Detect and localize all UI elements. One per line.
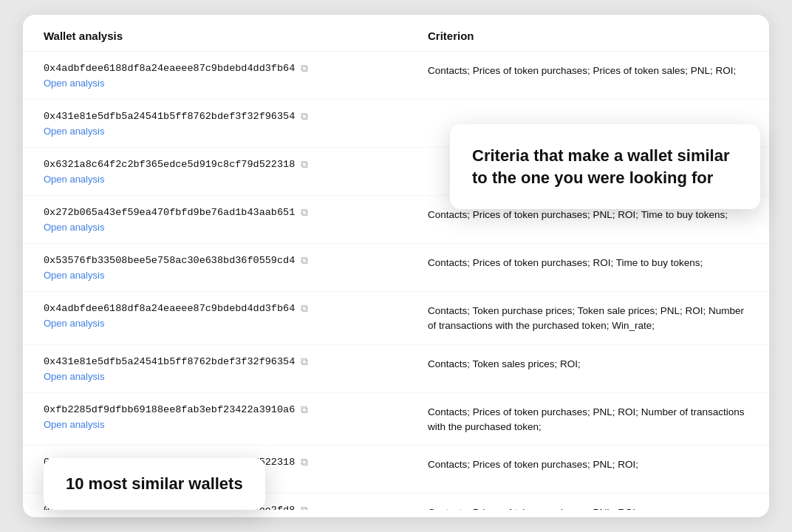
table-row: 0x431e81e5dfb5a24541b5ff8762bdef3f32f963… [23,345,769,393]
wallet-address: 0x6321a8c64f2c2bf365edce5d919c8cf79d5223… [44,159,295,170]
criterion-cell: Contacts; Prices of token purchases; PNL… [428,456,748,472]
copy-icon[interactable]: ⧉ [301,110,308,123]
wallet-address: 0x431e81e5dfb5a24541b5ff8762bdef3f32f963… [44,111,295,122]
copy-icon[interactable]: ⧉ [301,403,308,416]
criterion-cell: Contacts; Token purchase prices; Token s… [428,302,748,334]
open-analysis-link[interactable]: Open analysis [44,318,428,329]
wallet-address-row: 0x4adbfdee6188df8a24eaeee87c9bdebd4dd3fb… [44,62,428,75]
criterion-cell: Contacts; Prices of token purchases; PNL… [428,504,748,510]
criteria-tooltip: Criteria that make a wallet similar to t… [450,124,760,209]
open-analysis-link[interactable]: Open analysis [44,222,428,233]
wallet-address-row: 0x6321a8c64f2c2bf365edce5d919c8cf79d5223… [44,158,428,171]
wallet-address: 0x431e81e5dfb5a24541b5ff8762bdef3f32f963… [44,356,295,367]
wallet-address-row: 0x431e81e5dfb5a24541b5ff8762bdef3f32f963… [44,110,428,123]
copy-icon[interactable]: ⧉ [301,456,308,468]
open-analysis-link[interactable]: Open analysis [44,270,428,281]
wallet-address: 0x53576fb33508bee5e758ac30e638bd36f0559c… [44,255,295,266]
wallet-cell: 0x431e81e5dfb5a24541b5ff8762bdef3f32f963… [44,355,428,382]
open-analysis-link[interactable]: Open analysis [44,371,428,382]
copy-icon[interactable]: ⧉ [301,206,308,219]
table-row: 0x4adbfdee6188df8a24eaeee87c9bdebd4dd3fb… [23,292,769,345]
table-row: 0x53576fb33508bee5e758ac30e638bd36f0559c… [23,244,769,292]
table-body: 0x4adbfdee6188df8a24eaeee87c9bdebd4dd3fb… [23,52,769,510]
wallet-cell: 0x272b065a43ef59ea470fbfd9be76ad1b43aab6… [44,206,428,233]
main-card: Wallet analysis Criterion 0x4adbfdee6188… [23,15,769,517]
copy-icon[interactable]: ⧉ [301,302,308,315]
wallet-cell: 0x4adbfdee6188df8a24eaeee87c9bdebd4dd3fb… [44,302,428,329]
wallet-cell: 0x431e81e5dfb5a24541b5ff8762bdef3f32f963… [44,110,428,137]
wallet-address: 0x4adbfdee6188df8a24eaeee87c9bdebd4dd3fb… [44,303,295,314]
table-header: Wallet analysis Criterion [23,15,769,52]
wallet-col-header: Wallet analysis [44,30,428,42]
wallet-cell: 0x6321a8c64f2c2bf365edce5d919c8cf79d5223… [44,158,428,185]
wallet-address: 0x272b065a43ef59ea470fbfd9be76ad1b43aab6… [44,207,295,218]
wallet-cell: 0xfb2285df9dfbb69188ee8fab3ebf23422a3910… [44,403,428,430]
wallet-address: 0xfb2285df9dfbb69188ee8fab3ebf23422a3910… [44,404,295,415]
open-analysis-link[interactable]: Open analysis [44,126,428,137]
wallet-address-row: 0x431e81e5dfb5a24541b5ff8762bdef3f32f963… [44,355,428,368]
criterion-col-header: Criterion [428,30,748,42]
criterion-cell: Contacts; Prices of token purchases; ROI… [428,254,748,270]
copy-icon[interactable]: ⧉ [301,158,308,171]
wallet-address-row: 0x4adbfdee6188df8a24eaeee87c9bdebd4dd3fb… [44,302,428,315]
similar-tooltip: 10 most similar wallets [44,458,265,510]
criterion-cell: Contacts; Token sales prices; ROI; [428,355,748,372]
criterion-cell: Contacts; Prices of token purchases; PNL… [428,403,748,435]
table-row: 0x4adbfdee6188df8a24eaeee87c9bdebd4dd3fb… [23,52,769,100]
main-container: Wallet analysis Criterion 0x4adbfdee6188… [23,15,769,517]
wallet-address-row: 0x53576fb33508bee5e758ac30e638bd36f0559c… [44,254,428,267]
copy-icon[interactable]: ⧉ [301,62,308,75]
wallet-address-row: 0xfb2285df9dfbb69188ee8fab3ebf23422a3910… [44,403,428,416]
copy-icon[interactable]: ⧉ [301,254,308,267]
criterion-cell: Contacts; Prices of token purchases; Pri… [428,62,748,78]
open-analysis-link[interactable]: Open analysis [44,419,428,430]
wallet-address-row: 0x272b065a43ef59ea470fbfd9be76ad1b43aab6… [44,206,428,219]
table-row: 0xfb2285df9dfbb69188ee8fab3ebf23422a3910… [23,393,769,446]
wallet-address: 0x4adbfdee6188df8a24eaeee87c9bdebd4dd3fb… [44,63,295,74]
criteria-tooltip-text: Criteria that make a wallet similar to t… [472,145,738,188]
open-analysis-link[interactable]: Open analysis [44,78,428,89]
similar-tooltip-text: 10 most similar wallets [66,474,243,494]
open-analysis-link[interactable]: Open analysis [44,174,428,185]
criterion-cell [428,110,748,112]
copy-icon[interactable]: ⧉ [301,355,308,368]
wallet-cell: 0x53576fb33508bee5e758ac30e638bd36f0559c… [44,254,428,281]
wallet-cell: 0x4adbfdee6188df8a24eaeee87c9bdebd4dd3fb… [44,62,428,89]
copy-icon[interactable]: ⧉ [301,504,308,510]
